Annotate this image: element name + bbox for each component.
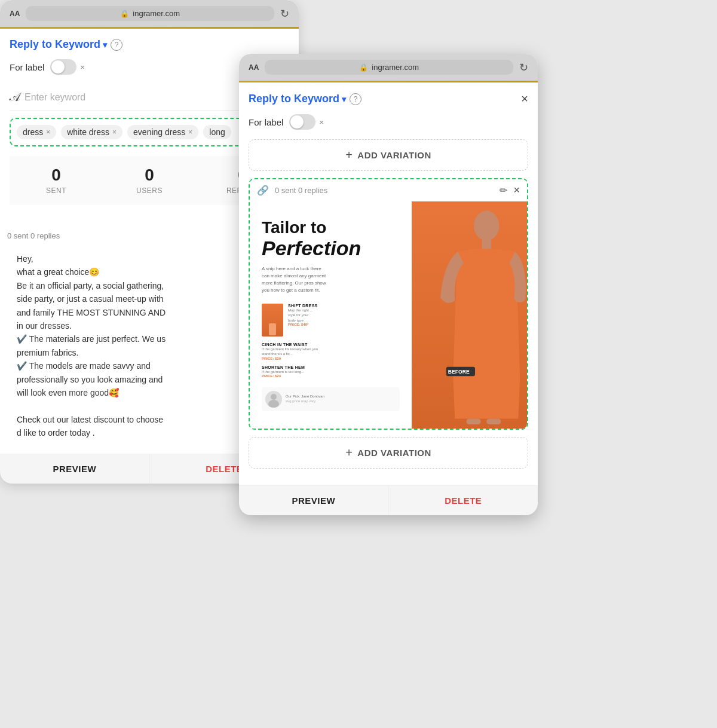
front-toggle[interactable] bbox=[289, 114, 315, 130]
mag-title-line2: Perfection bbox=[262, 237, 400, 259]
mag-footer: Our Pick: Jane Donovanavg price may vary bbox=[262, 387, 400, 411]
front-reply-keyword-label: Reply to Keyword bbox=[249, 93, 339, 105]
mag-section-shorten: SHORTEN THE HEM If the garment is too lo… bbox=[262, 365, 400, 378]
mag-right-panel: BEFORE bbox=[412, 201, 527, 429]
back-users-number: 0 bbox=[103, 166, 196, 185]
tag-white-dress-label: white dress bbox=[67, 127, 109, 137]
front-image-card: 🔗 0 sent 0 replies ✏ × Tailor to Perfect… bbox=[249, 178, 528, 430]
front-header-row: Reply to Keyword ▾ ? × bbox=[249, 92, 528, 106]
url-back: ingramer.com bbox=[133, 9, 180, 18]
front-image-close-button[interactable]: × bbox=[513, 184, 520, 197]
tag-dress: dress × bbox=[17, 125, 56, 139]
back-reply-keyword-label: Reply to Keyword bbox=[10, 38, 100, 51]
mag-subtitle: A snip here and a tuck there can make al… bbox=[262, 265, 400, 294]
front-card: AA 🔒 ingramer.com ↻ Reply to Keyword ▾ ?… bbox=[239, 54, 538, 515]
back-toggle[interactable] bbox=[50, 59, 76, 75]
mag-shift-dress-text: SHIFT DRESS Map the right ...style for y… bbox=[288, 304, 318, 326]
tag-evening-dress: evening dress × bbox=[127, 125, 198, 139]
front-card-content: Reply to Keyword ▾ ? × For label × + ADD… bbox=[239, 82, 538, 485]
back-sent-number: 0 bbox=[10, 166, 103, 185]
tag-white-dress-remove[interactable]: × bbox=[112, 128, 117, 136]
front-toggle-container[interactable]: × bbox=[289, 114, 324, 130]
back-for-label-text: For label bbox=[10, 62, 44, 72]
tag-evening-dress-remove[interactable]: × bbox=[188, 128, 192, 136]
front-for-label-row: For label × bbox=[249, 114, 528, 130]
browser-chrome-front: AA 🔒 ingramer.com ↻ bbox=[239, 54, 538, 81]
tag-long-label: long bbox=[209, 127, 225, 137]
browser-chrome-back: AA 🔒 ingramer.com ↻ bbox=[0, 0, 299, 27]
refresh-icon-back[interactable]: ↻ bbox=[280, 7, 289, 20]
back-preview-button[interactable]: PREVIEW bbox=[0, 454, 150, 484]
front-add-variation-top-label: ADD VARIATION bbox=[357, 150, 431, 160]
front-for-label-text: For label bbox=[249, 117, 283, 127]
tag-long: long bbox=[203, 125, 231, 139]
front-add-variation-top-plus: + bbox=[345, 148, 353, 162]
woman-figure-svg: BEFORE bbox=[412, 201, 527, 429]
address-bar-back[interactable]: 🔒 ingramer.com bbox=[26, 6, 274, 21]
front-edit-icon[interactable]: ✏ bbox=[500, 185, 507, 196]
back-keyword-icon: 𝒜 bbox=[10, 90, 20, 104]
lock-icon-front: 🔒 bbox=[359, 63, 368, 72]
tag-dress-label: dress bbox=[23, 127, 43, 137]
tag-dress-remove[interactable]: × bbox=[46, 128, 50, 136]
tag-white-dress: white dress × bbox=[61, 125, 122, 139]
back-chevron-icon: ▾ bbox=[103, 40, 107, 50]
front-add-variation-bottom-label: ADD VARIATION bbox=[357, 448, 431, 458]
svg-point-1 bbox=[268, 400, 279, 408]
front-magazine-image: Tailor to Perfection A snip here and a t… bbox=[250, 201, 527, 429]
mag-section-cinch: CINCH IN THE WAIST If the garment fits l… bbox=[262, 342, 400, 360]
back-toggle-container[interactable]: × bbox=[50, 59, 85, 75]
svg-rect-6 bbox=[487, 418, 501, 424]
back-toggle-x[interactable]: × bbox=[80, 63, 85, 72]
mag-left-panel: Tailor to Perfection A snip here and a t… bbox=[250, 201, 412, 429]
front-bottom-actions: PREVIEW DELETE bbox=[239, 485, 538, 515]
front-toggle-knob bbox=[290, 115, 304, 129]
back-users-label: USERS bbox=[136, 186, 163, 195]
front-add-variation-bottom-plus: + bbox=[345, 446, 353, 460]
front-add-variation-bottom[interactable]: + ADD VARIATION bbox=[249, 437, 528, 469]
refresh-icon-front[interactable]: ↻ bbox=[519, 61, 528, 74]
mag-title-line1: Tailor to bbox=[262, 219, 400, 237]
front-reply-keyword-btn[interactable]: Reply to Keyword ▾ bbox=[249, 93, 346, 105]
tag-evening-dress-label: evening dress bbox=[133, 127, 185, 137]
url-front: ingramer.com bbox=[372, 63, 419, 72]
font-size-front: AA bbox=[249, 63, 259, 72]
svg-point-4 bbox=[514, 293, 526, 302]
font-size-back: AA bbox=[10, 10, 20, 18]
back-keyword-input[interactable]: Enter keyword bbox=[24, 92, 85, 103]
front-sent-replies: 0 sent 0 replies bbox=[275, 186, 500, 195]
back-toggle-knob bbox=[51, 60, 65, 74]
svg-rect-5 bbox=[467, 418, 481, 424]
address-bar-front[interactable]: 🔒 ingramer.com bbox=[265, 60, 513, 75]
front-toggle-x[interactable]: × bbox=[319, 118, 324, 127]
svg-text:BEFORE: BEFORE bbox=[448, 369, 470, 375]
svg-point-2 bbox=[474, 211, 499, 241]
svg-rect-3 bbox=[482, 239, 491, 249]
lock-icon-back: 🔒 bbox=[120, 10, 129, 18]
back-sent-label: SENT bbox=[46, 186, 66, 195]
front-add-variation-top[interactable]: + ADD VARIATION bbox=[249, 139, 528, 171]
mag-section-shift: SHIFT DRESS Map the right ...style for y… bbox=[262, 304, 400, 337]
front-preview-button[interactable]: PREVIEW bbox=[239, 486, 389, 515]
front-link-icon[interactable]: 🔗 bbox=[257, 185, 269, 196]
front-question-mark[interactable]: ? bbox=[350, 93, 361, 105]
back-stat-sent: 0 SENT bbox=[10, 166, 103, 195]
back-header-row: Reply to Keyword ▾ ? bbox=[10, 38, 289, 51]
back-stat-users: 0 USERS bbox=[103, 166, 196, 195]
front-chevron-icon: ▾ bbox=[342, 94, 346, 104]
front-delete-button[interactable]: DELETE bbox=[389, 486, 538, 515]
front-close-button[interactable]: × bbox=[521, 92, 528, 106]
back-question-mark[interactable]: ? bbox=[111, 39, 122, 51]
back-reply-keyword-btn[interactable]: Reply to Keyword ▾ bbox=[10, 38, 107, 51]
front-image-card-header: 🔗 0 sent 0 replies ✏ × bbox=[250, 179, 527, 201]
svg-point-0 bbox=[271, 394, 277, 400]
